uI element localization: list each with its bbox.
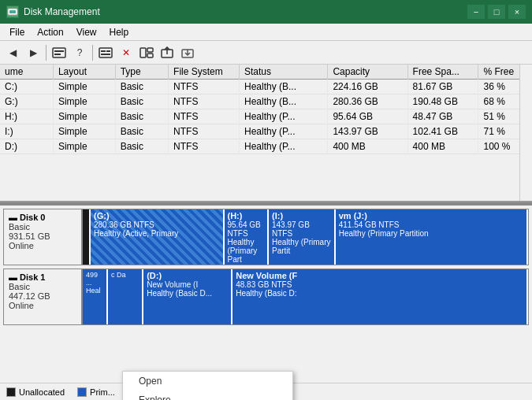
disk-1-info: ▬ Disk 1 Basic 447.12 GB Online — [4, 269, 83, 324]
svg-rect-3 — [54, 50, 64, 52]
svg-rect-6 — [101, 50, 106, 52]
svg-rect-4 — [54, 54, 61, 55]
ctx-explore[interactable]: Explore — [123, 391, 292, 400]
table-scrollbar[interactable] — [519, 65, 532, 201]
menu-view[interactable]: View — [70, 25, 103, 39]
disk-0-part-g[interactable]: (G:) 280.36 GB NTFS Healthy (Active, Pri… — [91, 209, 225, 265]
window-controls: − □ × — [467, 5, 526, 19]
view-button[interactable] — [137, 43, 156, 62]
menu-bar: File Action View Help — [0, 24, 532, 41]
app-icon — [6, 6, 19, 18]
close-button[interactable]: × — [508, 5, 526, 19]
ctx-open[interactable]: Open — [123, 372, 292, 391]
window-title: Disk Management — [24, 6, 100, 17]
menu-help[interactable]: Help — [103, 25, 136, 39]
unallocated-label: Unallocated — [19, 387, 65, 397]
disk-table: ume Layout Type File System Status Capac… — [0, 65, 532, 154]
svg-rect-8 — [101, 54, 110, 55]
forward-button[interactable]: ▶ — [24, 43, 43, 62]
context-menu: Open Explore Mark Partition as Active Ch… — [122, 371, 293, 400]
disk-0-row: ▬ Disk 0 Basic 931.51 GB Online (G:) 280… — [3, 209, 529, 265]
disk-1-size: 447.12 GB — [9, 291, 76, 301]
separator-2 — [92, 45, 93, 61]
disk-0-part-0[interactable] — [83, 209, 91, 265]
disk-0-info: ▬ Disk 0 Basic 931.51 GB Online — [4, 209, 83, 265]
disk-0-status: Online — [9, 241, 76, 250]
col-fs[interactable]: File System — [169, 65, 240, 80]
rescan-button[interactable] — [96, 43, 115, 62]
disk-1-status: Online — [9, 301, 76, 310]
disk-0-part-j[interactable]: vm (J:) 411.54 GB NTFS Healthy (Primary … — [336, 209, 528, 265]
disk-0-type: Basic — [9, 222, 76, 231]
disk-0-size: 931.51 GB — [9, 231, 76, 241]
maximize-button[interactable]: □ — [488, 5, 505, 19]
menu-file[interactable]: File — [3, 25, 31, 39]
disk-1-type: Basic — [9, 282, 76, 291]
disk-1-part-0[interactable]: 499 ... Heal — [83, 269, 108, 324]
disk-1-row: ▬ Disk 1 Basic 447.12 GB Online 499 ... … — [3, 269, 529, 325]
menu-action[interactable]: Action — [31, 25, 69, 39]
title-bar-left: Disk Management — [6, 6, 100, 18]
status-primary: Prim... — [77, 387, 115, 397]
disk-0-part-h[interactable]: (H:) 95.64 GB NTFS Healthy (Primary Part — [225, 209, 270, 265]
disk-0-name: ▬ Disk 0 — [9, 213, 76, 222]
help-button[interactable]: ? — [70, 43, 89, 62]
unallocated-swatch — [6, 387, 16, 397]
table-row-0[interactable]: C:)SimpleBasicNTFSHealthy (B...224.16 GB… — [0, 80, 532, 94]
disk-1-name: ▬ Disk 1 — [9, 272, 76, 282]
primary-label: Prim... — [90, 387, 115, 397]
status-unallocated: Unallocated — [6, 387, 65, 397]
toolbar: ◀ ▶ ? ✕ — [0, 41, 532, 65]
minimize-button[interactable]: − — [467, 5, 485, 19]
separator-1 — [46, 45, 47, 61]
svg-rect-7 — [106, 50, 110, 52]
disk-0-partitions: (G:) 280.36 GB NTFS Healthy (Active, Pri… — [83, 209, 528, 265]
disk-0-part-i[interactable]: (I:) 143.97 GB NTFS Healthy (Primary Par… — [269, 209, 336, 265]
col-status[interactable]: Status — [239, 65, 327, 80]
disk-1-partitions: 499 ... Heal c Da (D:) New Volume (I Hea… — [83, 269, 528, 324]
disk-graphics-area: ▬ Disk 0 Basic 931.51 GB Online (G:) 280… — [0, 206, 532, 400]
disk-1-part-1[interactable]: c Da — [108, 269, 143, 324]
col-capacity[interactable]: Capacity — [328, 65, 407, 80]
disk-1-part-f[interactable]: New Volume (F 48.83 GB NTFS Healthy (Bas… — [233, 269, 528, 324]
col-name[interactable]: ume — [0, 65, 53, 80]
svg-rect-11 — [147, 54, 153, 57]
table-row-4[interactable]: D:)SimpleBasicNTFSHealthy (P...400 MB400… — [0, 139, 532, 154]
col-free[interactable]: Free Spa... — [407, 65, 478, 80]
svg-rect-5 — [99, 48, 112, 57]
svg-rect-9 — [140, 48, 146, 57]
import-button[interactable] — [178, 43, 197, 62]
export-button[interactable] — [158, 43, 177, 62]
svg-rect-2 — [53, 48, 65, 57]
back-button[interactable]: ◀ — [3, 43, 22, 62]
col-type[interactable]: Type — [115, 65, 168, 80]
title-bar: Disk Management − □ × — [0, 0, 532, 24]
main-content: ume Layout Type File System Status Capac… — [0, 65, 532, 400]
svg-rect-10 — [147, 48, 153, 52]
table-row-1[interactable]: G:)SimpleBasicNTFSHealthy (B...280.36 GB… — [0, 94, 532, 109]
col-layout[interactable]: Layout — [53, 65, 115, 80]
disk-table-area: ume Layout Type File System Status Capac… — [0, 65, 532, 202]
disk-properties-button[interactable] — [50, 43, 69, 62]
table-row-3[interactable]: I:)SimpleBasicNTFSHealthy (P...143.97 GB… — [0, 124, 532, 139]
primary-swatch — [77, 387, 87, 397]
svg-rect-1 — [9, 10, 16, 13]
table-row-2[interactable]: H:)SimpleBasicNTFSHealthy (P...95.64 GB4… — [0, 109, 532, 124]
disk-1-part-d[interactable]: (D:) New Volume (I Healthy (Basic D... — [143, 269, 233, 324]
delete-button[interactable]: ✕ — [117, 43, 136, 62]
